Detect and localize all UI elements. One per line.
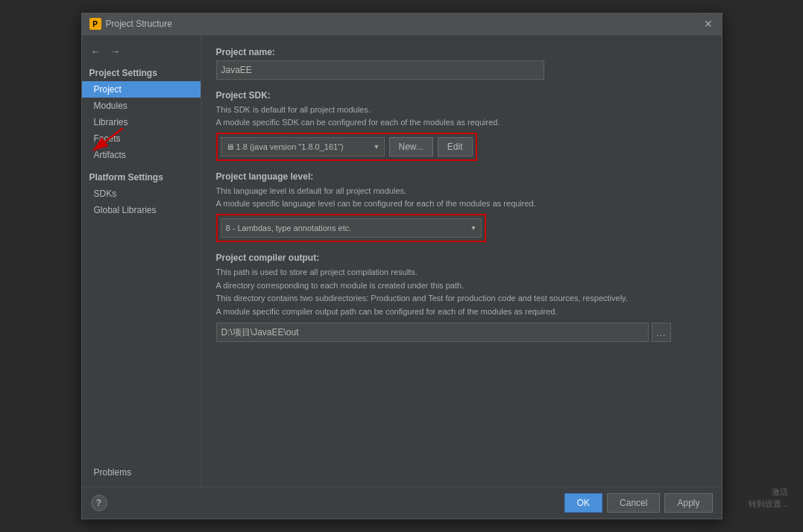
apply-button[interactable]: Apply xyxy=(664,493,712,513)
dialog-icon: P xyxy=(89,18,101,30)
ok-button[interactable]: OK xyxy=(564,493,602,513)
sdk-select-wrapper: 🖥 1.8 (java version "1.8.0_161") xyxy=(221,137,385,156)
nav-row: ← → xyxy=(82,41,201,62)
language-level-select[interactable]: 8 - Lambdas, type annotations etc. 1 - S… xyxy=(221,218,482,238)
forward-button[interactable]: → xyxy=(107,44,124,59)
compiler-output-input[interactable] xyxy=(216,323,649,342)
lang-select-wrapper: 8 - Lambdas, type annotations etc. 1 - S… xyxy=(221,218,482,238)
language-level-row: 8 - Lambdas, type annotations etc. 1 - S… xyxy=(216,214,486,242)
title-bar: P Project Structure ✕ xyxy=(82,13,722,35)
help-button[interactable]: ? xyxy=(91,495,107,511)
close-button[interactable]: ✕ xyxy=(702,18,714,30)
folder-browse-button[interactable]: … xyxy=(652,323,671,342)
language-level-desc: This language level is default for all p… xyxy=(216,185,707,209)
sidebar-item-global-libraries[interactable]: Global Libraries xyxy=(82,202,201,218)
project-structure-dialog: P Project Structure ✕ ← → Project Settin… xyxy=(81,13,722,519)
dialog-footer: ? OK Cancel Apply xyxy=(82,487,722,519)
footer-right: OK Cancel Apply xyxy=(564,493,713,513)
dialog-title: Project Structure xyxy=(106,19,172,29)
sdk-row: 🖥 1.8 (java version "1.8.0_161") New... … xyxy=(216,133,477,161)
footer-left: ? xyxy=(91,495,107,511)
folder-icon: … xyxy=(656,327,666,338)
sidebar-item-modules[interactable]: Modules xyxy=(82,98,201,114)
title-bar-left: P Project Structure xyxy=(89,18,172,30)
dialog-body: ← → Project Settings Project Modules Lib… xyxy=(82,35,722,487)
sdk-section: Project SDK: This SDK is default for all… xyxy=(216,90,707,161)
sidebar-item-libraries[interactable]: Libraries xyxy=(82,114,201,130)
output-row: … xyxy=(216,323,707,342)
language-level-label: Project language level: xyxy=(216,171,707,182)
compiler-desc: This path is used to store all project c… xyxy=(216,266,707,318)
project-name-label: Project name: xyxy=(216,47,707,57)
sidebar-item-project[interactable]: Project xyxy=(82,81,201,98)
sdk-edit-button[interactable]: Edit xyxy=(438,137,473,156)
compiler-output-section: Project compiler output: This path is us… xyxy=(216,253,707,342)
sidebar-item-artifacts[interactable]: Artifacts xyxy=(82,147,201,163)
sidebar-item-problems[interactable]: Problems xyxy=(82,464,201,481)
cancel-button[interactable]: Cancel xyxy=(607,493,660,513)
sdk-desc: This SDK is default for all project modu… xyxy=(216,104,707,128)
sdk-label: Project SDK: xyxy=(216,90,707,101)
sidebar-item-sdks[interactable]: SDKs xyxy=(82,186,201,202)
project-settings-section-label: Project Settings xyxy=(82,62,201,81)
content-area: Project name: Project SDK: This SDK is d… xyxy=(201,35,722,487)
language-level-section: Project language level: This language le… xyxy=(216,171,707,242)
sdk-new-button[interactable]: New... xyxy=(389,137,433,156)
watermark: 激活 转到设置... xyxy=(749,487,788,510)
sidebar-item-facets[interactable]: Facets xyxy=(82,130,201,147)
back-button[interactable]: ← xyxy=(88,44,104,59)
platform-settings-section-label: Platform Settings xyxy=(82,163,201,186)
sdk-select[interactable]: 🖥 1.8 (java version "1.8.0_161") xyxy=(221,137,385,156)
project-name-input[interactable] xyxy=(216,60,544,80)
sidebar: ← → Project Settings Project Modules Lib… xyxy=(82,35,201,487)
compiler-output-label: Project compiler output: xyxy=(216,253,707,263)
